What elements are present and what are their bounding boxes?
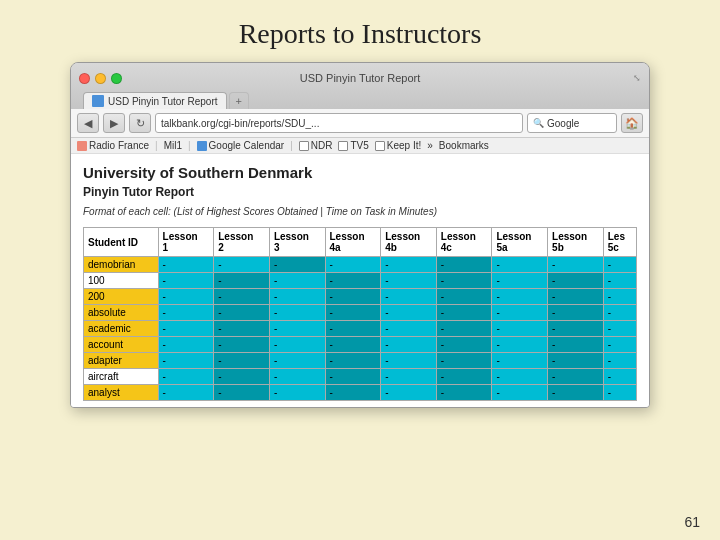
data-cell: -: [436, 305, 492, 321]
data-cell: -: [381, 305, 437, 321]
university-name: University of Southern Denmark: [83, 164, 637, 181]
data-cell: -: [548, 353, 604, 369]
col-header-lesson4c: Lesson4c: [436, 228, 492, 257]
data-cell: -: [269, 353, 325, 369]
student-id-cell: absolute: [84, 305, 159, 321]
data-cell: -: [381, 369, 437, 385]
data-cell: -: [436, 353, 492, 369]
data-cell: -: [381, 289, 437, 305]
bookmarks-menu[interactable]: Bookmarks: [439, 140, 489, 151]
data-cell: -: [269, 257, 325, 273]
bookmark-favicon: [77, 141, 87, 151]
data-cell: -: [325, 369, 381, 385]
data-cell: -: [603, 385, 636, 401]
col-header-lesson2: Lesson2: [214, 228, 270, 257]
tab-bar: USD Pinyin Tutor Report +: [79, 92, 641, 109]
forward-button[interactable]: ▶: [103, 113, 125, 133]
data-cell: -: [325, 337, 381, 353]
data-cell: -: [158, 289, 214, 305]
student-id-cell: adapter: [84, 353, 159, 369]
tab-label: USD Pinyin Tutor Report: [108, 96, 218, 107]
data-cell: -: [381, 273, 437, 289]
data-cell: -: [548, 337, 604, 353]
data-cell: -: [325, 305, 381, 321]
close-button[interactable]: [79, 73, 90, 84]
window-controls: [79, 73, 122, 84]
bookmark-favicon: [375, 141, 385, 151]
minimize-button[interactable]: [95, 73, 106, 84]
table-row: demobrian---------: [84, 257, 637, 273]
student-id-cell: aircraft: [84, 369, 159, 385]
data-cell: -: [603, 321, 636, 337]
data-cell: -: [325, 289, 381, 305]
bookmark-favicon: [299, 141, 309, 151]
data-cell: -: [492, 353, 548, 369]
data-cell: -: [548, 369, 604, 385]
data-cell: -: [436, 289, 492, 305]
title-bar: USD Pinyin Tutor Report ⤡ USD Pinyin Tut…: [71, 63, 649, 109]
col-header-lesson5a: Lesson5a: [492, 228, 548, 257]
bookmarks-bar: Radio France | Mil1 | Google Calendar | …: [71, 138, 649, 154]
separator: |: [188, 140, 191, 151]
browser-tab-active[interactable]: USD Pinyin Tutor Report: [83, 92, 227, 109]
col-header-lesson4a: Lesson4a: [325, 228, 381, 257]
data-cell: -: [603, 337, 636, 353]
bookmark-label: Keep It!: [387, 140, 421, 151]
data-cell: -: [492, 257, 548, 273]
search-text: Google: [547, 118, 579, 129]
maximize-button[interactable]: [111, 73, 122, 84]
bookmark-tv5[interactable]: TV5: [338, 140, 368, 151]
search-icon: 🔍: [533, 118, 544, 128]
data-cell: -: [325, 321, 381, 337]
bookmark-ndr[interactable]: NDR: [299, 140, 333, 151]
data-cell: -: [492, 305, 548, 321]
bookmarks-more[interactable]: »: [427, 140, 433, 151]
bookmark-keepit[interactable]: Keep It!: [375, 140, 421, 151]
bookmark-google-calendar[interactable]: Google Calendar: [197, 140, 285, 151]
col-header-student-id: Student ID: [84, 228, 159, 257]
data-cell: -: [269, 289, 325, 305]
student-id-cell: analyst: [84, 385, 159, 401]
data-cell: -: [603, 305, 636, 321]
data-cell: -: [214, 305, 270, 321]
browser-window: USD Pinyin Tutor Report ⤡ USD Pinyin Tut…: [70, 62, 650, 408]
table-row: adapter---------: [84, 353, 637, 369]
data-cell: -: [325, 257, 381, 273]
report-subtitle: Pinyin Tutor Report: [83, 185, 637, 199]
data-cell: -: [492, 321, 548, 337]
data-cell: -: [214, 385, 270, 401]
bookmark-favicon: [338, 141, 348, 151]
bookmark-radio-france[interactable]: Radio France: [77, 140, 149, 151]
data-cell: -: [269, 273, 325, 289]
new-tab-button[interactable]: +: [229, 92, 249, 109]
data-cell: -: [548, 305, 604, 321]
bookmark-label: Radio France: [89, 140, 149, 151]
search-bar[interactable]: 🔍 Google: [527, 113, 617, 133]
home-button[interactable]: 🏠: [621, 113, 643, 133]
student-id-cell: 100: [84, 273, 159, 289]
data-cell: -: [603, 273, 636, 289]
address-bar[interactable]: talkbank.org/cgi-bin/reports/SDU_...: [155, 113, 523, 133]
data-cell: -: [492, 369, 548, 385]
table-row: analyst---------: [84, 385, 637, 401]
col-header-lesson1: Lesson1: [158, 228, 214, 257]
data-cell: -: [436, 273, 492, 289]
back-button[interactable]: ◀: [77, 113, 99, 133]
data-cell: -: [158, 353, 214, 369]
data-cell: -: [214, 337, 270, 353]
col-header-lesson4b: Lesson4b: [381, 228, 437, 257]
data-cell: -: [214, 353, 270, 369]
data-cell: -: [548, 289, 604, 305]
bookmark-favicon: [197, 141, 207, 151]
col-header-lesson3: Lesson3: [269, 228, 325, 257]
data-cell: -: [436, 257, 492, 273]
data-cell: -: [548, 321, 604, 337]
table-row: account---------: [84, 337, 637, 353]
reload-button[interactable]: ↻: [129, 113, 151, 133]
data-cell: -: [269, 337, 325, 353]
separator: |: [155, 140, 158, 151]
data-cell: -: [158, 321, 214, 337]
bookmark-mil1[interactable]: Mil1: [164, 140, 182, 151]
data-cell: -: [436, 369, 492, 385]
resize-icon[interactable]: ⤡: [633, 73, 641, 83]
